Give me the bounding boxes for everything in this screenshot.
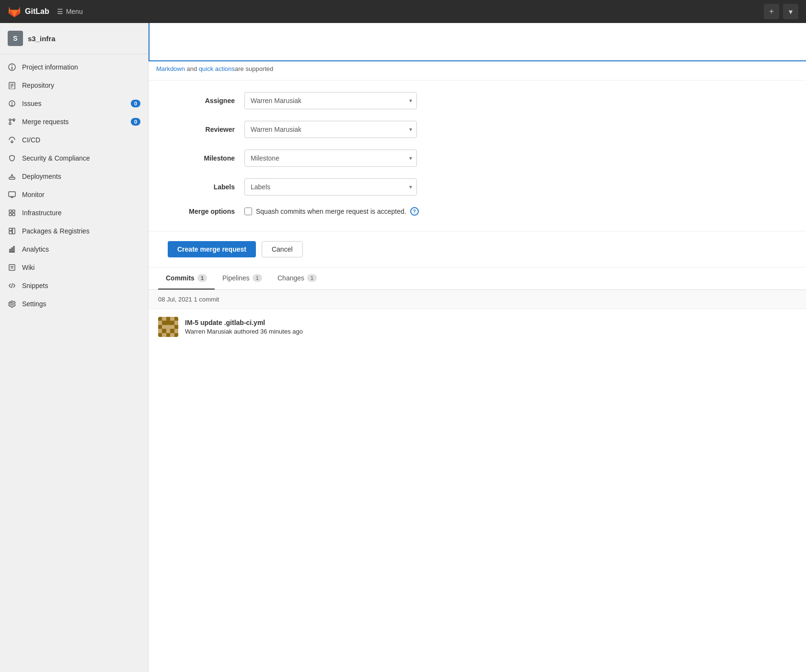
labels-select-wrapper: Labels ▾ (244, 178, 417, 196)
deployments-icon (8, 172, 16, 181)
svg-rect-45 (166, 333, 170, 337)
tab-pipelines-badge: 1 (253, 274, 262, 282)
topnav-right: + ▾ (764, 4, 798, 19)
sidebar-item-analytics[interactable]: Analytics (0, 240, 148, 258)
squash-commits-text: Squash commits when merge request is acc… (256, 208, 406, 215)
description-support-text: Markdown and quick actionsare supported (149, 61, 806, 81)
svg-rect-15 (9, 177, 15, 179)
merge-options-label: Merge options (168, 208, 235, 215)
milestone-select[interactable]: Milestone (244, 150, 417, 167)
assignee-label: Assignee (168, 97, 235, 104)
svg-rect-21 (9, 213, 12, 216)
commit-meta: Warren Marusiak authored 36 minutes ago (185, 328, 796, 335)
repository-icon (8, 81, 16, 90)
sidebar-item-deployments[interactable]: Deployments (0, 167, 148, 185)
dropdown-button[interactable]: ▾ (783, 4, 798, 19)
sidebar-item-packages-registries[interactable]: Packages & Registries (0, 222, 148, 240)
merge-options-content: Squash commits when merge request is acc… (244, 207, 419, 216)
milestone-select-wrapper: Milestone ▾ (244, 150, 417, 167)
svg-rect-29 (13, 246, 14, 252)
assignee-select[interactable]: Warren Marusiak (244, 92, 417, 109)
plus-icon: + (769, 7, 773, 16)
sidebar-item-infrastructure[interactable]: Infrastructure (0, 204, 148, 222)
markdown-link[interactable]: Markdown (156, 65, 185, 72)
sidebar-item-issues[interactable]: Issues 0 (0, 94, 148, 113)
commit-authored-text: authored (234, 328, 260, 335)
sidebar-label-project-information: Project information (22, 63, 140, 71)
sidebar: S s3_infra Project information Repositor… (0, 23, 149, 672)
svg-rect-38 (174, 317, 178, 321)
sidebar-item-monitor[interactable]: Monitor (0, 185, 148, 204)
commit-time: 36 minutes ago (260, 328, 303, 335)
sidebar-label-infrastructure: Infrastructure (22, 209, 140, 217)
project-initial: S (13, 35, 17, 42)
gitlab-logo[interactable]: GitLab (8, 5, 49, 18)
commit-item: IM-5 update .gitlab-ci.yml Warren Marusi… (149, 309, 806, 345)
gear-icon (8, 300, 16, 308)
description-textarea-area[interactable] (149, 23, 806, 61)
milestone-label: Milestone (168, 154, 235, 162)
project-avatar: S (8, 31, 23, 46)
commit-author-name: Warren Marusiak (185, 328, 232, 335)
reviewer-label: Reviewer (168, 126, 235, 133)
sidebar-item-merge-requests[interactable]: Merge requests 0 (0, 113, 148, 131)
create-merge-request-button[interactable]: Create merge request (168, 241, 256, 257)
tab-changes-badge: 1 (307, 274, 317, 282)
commit-author-avatar (158, 317, 178, 337)
commit-info: IM-5 update .gitlab-ci.yml Warren Marusi… (185, 319, 796, 335)
help-icon[interactable]: ? (410, 207, 419, 216)
svg-point-11 (9, 123, 11, 125)
issues-icon (8, 99, 16, 108)
sidebar-item-wiki[interactable]: Wiki (0, 258, 148, 277)
wiki-icon (8, 263, 16, 272)
sidebar-item-snippets[interactable]: Snippets (0, 277, 148, 295)
assignee-row: Assignee Warren Marusiak ▾ (168, 92, 787, 109)
svg-rect-44 (158, 333, 162, 337)
reviewer-select[interactable]: Warren Marusiak (244, 121, 417, 138)
avatar-pattern-svg (158, 317, 178, 337)
sidebar-item-cicd[interactable]: CI/CD (0, 131, 148, 149)
svg-rect-30 (9, 265, 15, 270)
svg-rect-25 (12, 228, 15, 234)
sidebar-item-settings[interactable]: Settings (0, 295, 148, 313)
svg-line-33 (12, 283, 12, 288)
svg-rect-19 (9, 210, 12, 212)
commits-date-header: 08 Jul, 2021 1 commit (149, 290, 806, 309)
new-item-button[interactable]: + (764, 4, 779, 19)
svg-rect-28 (12, 248, 12, 252)
tab-commits-badge: 1 (197, 274, 207, 282)
menu-button[interactable]: ☰ Menu (57, 8, 83, 15)
quick-actions-link[interactable]: quick actions (199, 65, 235, 72)
chevron-down-icon: ▾ (789, 7, 793, 16)
sidebar-label-deployments: Deployments (22, 173, 140, 180)
labels-select[interactable]: Labels (244, 178, 417, 196)
squash-commits-checkbox[interactable] (244, 208, 252, 215)
svg-rect-40 (158, 325, 162, 329)
svg-rect-37 (166, 317, 170, 321)
tab-commits[interactable]: Commits 1 (158, 267, 215, 290)
milestone-row: Milestone Milestone ▾ (168, 150, 787, 167)
tab-changes-label: Changes (277, 274, 304, 282)
sidebar-label-issues: Issues (22, 100, 125, 107)
svg-point-9 (12, 105, 12, 106)
gitlab-brand-text: GitLab (25, 7, 49, 16)
cancel-button[interactable]: Cancel (262, 241, 303, 257)
tab-commits-label: Commits (166, 274, 195, 282)
sidebar-label-cicd: CI/CD (22, 136, 140, 144)
sidebar-nav: Project information Repository Issues 0 (0, 54, 148, 317)
merge-options-row: Merge options Squash commits when merge … (168, 207, 787, 216)
svg-rect-22 (12, 213, 15, 216)
sidebar-item-project-information[interactable]: Project information (0, 58, 148, 76)
reviewer-row: Reviewer Warren Marusiak ▾ (168, 121, 787, 138)
labels-label: Labels (168, 183, 235, 191)
tab-changes[interactable]: Changes 1 (270, 267, 324, 290)
sidebar-label-security-compliance: Security & Compliance (22, 154, 140, 162)
sidebar-item-security-compliance[interactable]: Security & Compliance (0, 149, 148, 167)
sidebar-label-analytics: Analytics (22, 245, 140, 253)
tab-pipelines[interactable]: Pipelines 1 (215, 267, 270, 290)
sidebar-item-repository[interactable]: Repository (0, 76, 148, 94)
menu-label: Menu (66, 8, 83, 15)
svg-rect-20 (12, 210, 15, 212)
svg-rect-42 (162, 329, 166, 333)
sidebar-label-snippets: Snippets (22, 282, 140, 290)
